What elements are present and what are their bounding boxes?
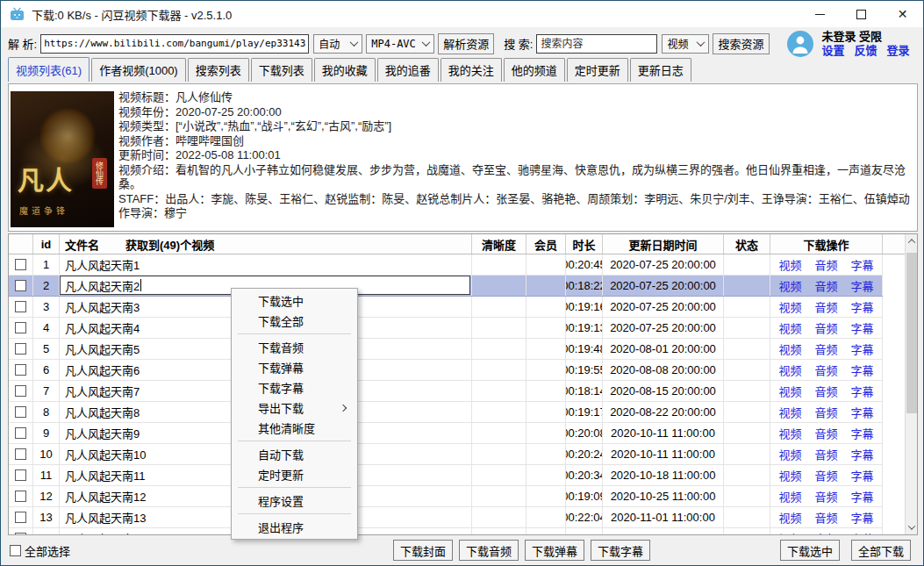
row-checkbox[interactable] (15, 280, 26, 291)
row-checkbox[interactable] (15, 469, 26, 481)
download-subtitle-link[interactable]: 字幕 (851, 256, 874, 273)
table-row[interactable]: 8凡人风起天南800:19:172020-08-22 20:00:00视频音频字… (9, 402, 883, 423)
download-audio-link[interactable]: 音频 (814, 530, 837, 534)
login-link[interactable]: 登录 (887, 44, 910, 58)
parse-resource-button[interactable]: 解析资源 (438, 33, 494, 54)
table-row[interactable]: 6凡人风起天南600:19:552020-08-08 20:00:00视频音频字… (9, 360, 883, 381)
menu-item-download-danmaku[interactable]: 下载弹幕 (232, 357, 357, 377)
tab-his-channel[interactable]: 他的频道 (504, 58, 565, 82)
download-video-link[interactable]: 视频 (778, 425, 801, 441)
row-checkbox[interactable] (15, 491, 26, 502)
parse-url-input[interactable] (40, 34, 309, 54)
menu-item-other-quality[interactable]: 其他清晰度 (232, 418, 357, 438)
tab-search-list[interactable]: 搜索列表 (188, 58, 249, 82)
row-filename[interactable]: 凡人风起天南1 (60, 254, 472, 275)
table-row[interactable]: 7凡人风起天南700:18:142020-08-15 20:00:00视频音频字… (9, 381, 883, 402)
download-video-link[interactable]: 视频 (778, 404, 801, 420)
table-row[interactable]: 10凡人风起天南1000:20:242020-10-11 11:00:00视频音… (9, 444, 883, 465)
download-selected-button[interactable]: 下载选中 (780, 540, 840, 561)
row-checkbox[interactable] (15, 533, 26, 534)
scroll-down-button[interactable] (906, 520, 918, 534)
table-row[interactable]: 3凡人风起天南300:19:162020-07-25 20:00:00视频音频字… (9, 297, 883, 318)
download-audio-link[interactable]: 音频 (814, 509, 837, 526)
download-audio-link[interactable]: 音频 (814, 425, 837, 441)
download-audio-link[interactable]: 音频 (814, 277, 837, 294)
tab-download-list[interactable]: 下载列表 (251, 58, 312, 82)
search-type-select[interactable]: 视频 (662, 34, 709, 54)
table-row[interactable]: 14凡人风起天南1400:18:412020-11-08 11:00:00视频音… (9, 528, 883, 534)
download-audio-link[interactable]: 音频 (814, 362, 837, 378)
maximize-button[interactable] (841, 1, 882, 27)
download-video-link[interactable]: 视频 (778, 256, 801, 273)
row-checkbox[interactable] (15, 427, 26, 439)
download-subtitle-link[interactable]: 字幕 (851, 404, 874, 420)
download-subtitle-link[interactable]: 字幕 (851, 425, 874, 441)
search-resource-button[interactable]: 搜索资源 (713, 33, 769, 54)
tab-my-follows[interactable]: 我的关注 (441, 58, 502, 82)
download-audio-link[interactable]: 音频 (814, 298, 837, 315)
download-video-link[interactable]: 视频 (778, 340, 801, 357)
menu-item-download-audio[interactable]: 下载音频 (232, 337, 357, 357)
download-video-link[interactable]: 视频 (778, 298, 801, 315)
download-audio-link[interactable]: 音频 (814, 319, 837, 336)
menu-item-auto-download[interactable]: 自动下载 (232, 444, 357, 464)
download-audio-link[interactable]: 音频 (814, 404, 837, 420)
download-video-link[interactable]: 视频 (778, 362, 801, 378)
download-subtitle-button[interactable]: 下载字幕 (591, 540, 650, 561)
tab-scheduled-update[interactable]: 定时更新 (567, 58, 628, 82)
vertical-scrollbar[interactable] (905, 234, 917, 534)
table-row[interactable]: 13凡人风起天南1300:22:042020-11-01 11:00:00视频音… (9, 507, 883, 528)
download-audio-link[interactable]: 音频 (814, 488, 837, 505)
download-subtitle-link[interactable]: 字幕 (851, 530, 874, 534)
menu-item-download-selected[interactable]: 下载选中 (232, 290, 357, 311)
tab-video-list[interactable]: 视频列表(61) (8, 57, 90, 82)
download-danmaku-button[interactable]: 下载弹幕 (525, 540, 584, 561)
minimize-button[interactable] (799, 1, 841, 27)
row-checkbox[interactable] (15, 385, 26, 397)
menu-item-export-download[interactable]: 导出下载 (232, 398, 357, 418)
select-all-checkbox[interactable]: 全部选择 (10, 542, 70, 559)
scroll-up-button[interactable] (906, 234, 918, 248)
table-row[interactable]: 1凡人风起天南100:20:452020-07-25 20:00:00视频音频字… (9, 254, 883, 276)
row-checkbox[interactable] (15, 406, 26, 418)
row-checkbox[interactable] (15, 322, 26, 333)
download-subtitle-link[interactable]: 字幕 (851, 446, 874, 462)
close-button[interactable]: ✕ (882, 1, 923, 27)
row-checkbox[interactable] (15, 301, 26, 312)
feedback-link[interactable]: 反馈 (855, 44, 877, 58)
row-checkbox[interactable] (15, 259, 26, 270)
row-checkbox[interactable] (15, 448, 26, 460)
download-audio-link[interactable]: 音频 (814, 256, 837, 273)
mode-select[interactable]: 自动 (313, 34, 362, 54)
download-video-link[interactable]: 视频 (778, 446, 801, 462)
download-subtitle-link[interactable]: 字幕 (851, 319, 874, 336)
menu-item-download-subtitle[interactable]: 下载字幕 (232, 377, 357, 398)
tab-author-videos[interactable]: 作者视频(1000) (91, 58, 186, 82)
scrollbar-thumb[interactable] (906, 253, 917, 413)
download-subtitle-link[interactable]: 字幕 (851, 362, 874, 378)
table-row[interactable]: 2凡人风起天南200:18:222020-07-25 20:00:00视频音频字… (9, 276, 883, 297)
table-row[interactable]: 12凡人风起天南1200:19:092020-10-25 11:00:00视频音… (9, 486, 883, 507)
download-audio-link[interactable]: 音频 (814, 340, 837, 357)
download-video-link[interactable]: 视频 (778, 383, 801, 399)
table-row[interactable]: 11凡人风起天南1100:20:342020-10-18 11:00:00视频音… (9, 465, 883, 486)
download-cover-button[interactable]: 下载封面 (393, 540, 453, 561)
menu-item-exit-program[interactable]: 退出程序 (232, 517, 357, 537)
download-audio-link[interactable]: 音频 (814, 383, 837, 399)
row-checkbox[interactable] (15, 343, 26, 355)
download-subtitle-link[interactable]: 字幕 (851, 509, 874, 526)
table-row[interactable]: 4凡人风起天南400:19:132020-07-25 20:00:00视频音频字… (9, 318, 883, 339)
table-row[interactable]: 5凡人风起天南500:19:482020-08-01 20:00:00视频音频字… (9, 339, 883, 360)
download-video-link[interactable]: 视频 (778, 488, 801, 505)
download-video-link[interactable]: 视频 (778, 277, 801, 294)
download-audio-link[interactable]: 音频 (814, 467, 837, 484)
user-avatar-icon[interactable] (787, 31, 813, 57)
download-audio-link[interactable]: 音频 (814, 446, 837, 462)
menu-item-scheduled-update[interactable]: 定时更新 (232, 464, 357, 484)
table-row[interactable]: 9凡人风起天南900:20:082020-10-11 11:00:00视频音频字… (9, 423, 883, 444)
menu-item-download-all[interactable]: 下载全部 (232, 311, 357, 331)
tab-my-bangumi[interactable]: 我的追番 (377, 58, 439, 82)
download-subtitle-link[interactable]: 字幕 (851, 298, 874, 315)
download-subtitle-link[interactable]: 字幕 (851, 488, 874, 505)
download-audio-button[interactable]: 下载音频 (459, 540, 519, 561)
